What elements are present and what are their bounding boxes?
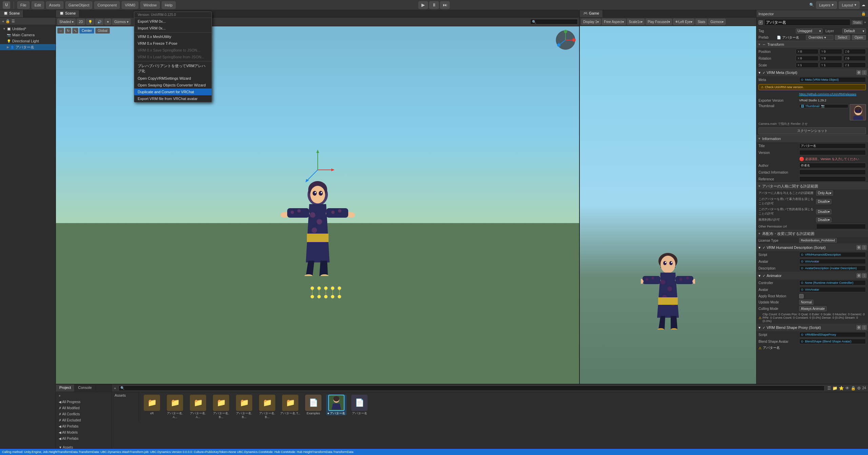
proj-all-conflicts[interactable]: ✗ All Conflicts: [56, 411, 112, 417]
blend-shape-header[interactable]: ▼ ✓ VRM Blend Shape Proxy (Script) ⚙ ⋮: [756, 324, 868, 331]
proj-all-modified[interactable]: ✗ All Modified: [56, 405, 112, 411]
meta-ref[interactable]: ⊙ Meta (VRM Meta Object): [799, 77, 866, 82]
vrm-menu[interactable]: VRM0: [122, 1, 138, 9]
scene-gizmos-dropdown[interactable]: Gizmos ▾: [112, 19, 131, 25]
assets-menu[interactable]: Assets: [46, 1, 63, 9]
window-menu[interactable]: Window: [140, 1, 160, 9]
vrm-humanoid-header[interactable]: ▼ ✓ VRM Humanoid Description (Script) ⚙ …: [756, 244, 868, 251]
select-btn[interactable]: Select: [835, 35, 850, 40]
vrm-meta-more[interactable]: ⋮: [862, 70, 867, 75]
play-button[interactable]: ▶: [418, 1, 428, 9]
ctx-duplicate-vrchat[interactable]: Duplicate and Convert for VRChat: [134, 88, 212, 95]
active-toggle[interactable]: ✓: [758, 20, 763, 25]
ctx-import-vrm[interactable]: Import VRM 0x...: [134, 25, 212, 32]
file-menu[interactable]: File: [17, 1, 29, 9]
ctx-freeze-tpose[interactable]: VRM 0.x Freeze T-Pose: [134, 40, 212, 47]
version-value[interactable]: [799, 150, 866, 155]
game-display-dropdown[interactable]: Display 1 ▾: [581, 19, 601, 25]
pos-z-field[interactable]: Z0: [843, 49, 866, 54]
sexual-dropdown[interactable]: Disallo▾: [816, 209, 831, 214]
tag-dropdown[interactable]: Untagged ▾: [796, 28, 823, 34]
2d-toggle[interactable]: 2D: [77, 19, 85, 25]
shaded-dropdown[interactable]: Shaded ▾: [57, 19, 76, 25]
vrm-url-link[interactable]: https://github.com/vrm-c/UniVRM/releases: [799, 93, 856, 96]
asset-avatar-b3[interactable]: 📁 アバター名.B...: [257, 395, 277, 419]
animator-settings[interactable]: ⚙: [856, 273, 861, 278]
layer-dropdown[interactable]: Default ▾: [842, 28, 866, 34]
hierarchy-item-light[interactable]: 💡 Directional Light: [0, 38, 56, 44]
ctx-copy-settings[interactable]: Open CopyVRMSettings Wizard: [134, 75, 212, 82]
humanoid-script-ref[interactable]: ⊙VRMHumanoidDescription: [799, 252, 866, 257]
animator-more[interactable]: ⋮: [862, 273, 867, 278]
animator-avatar-ref[interactable]: ⊙VrmAvatar: [799, 287, 866, 292]
violent-dropdown[interactable]: Disallo▾: [816, 199, 831, 204]
screenshot-btn[interactable]: スクリーンショット: [758, 127, 866, 134]
asset-avatar-b2[interactable]: 📁 アバター名.B...: [234, 395, 254, 419]
reference-value[interactable]: [799, 176, 866, 182]
pause-button[interactable]: ⏸: [429, 1, 439, 9]
proj-all-progress[interactable]: ◀ All Progress: [56, 399, 112, 405]
pos-x-field[interactable]: X0: [796, 49, 818, 54]
fx-toggle[interactable]: ✦: [104, 19, 111, 25]
asset-avatar-a2[interactable]: 📁 アバター名.A...: [188, 395, 208, 419]
game-left-eye-dropdown[interactable]: 👁Left Eye ▾: [673, 19, 695, 25]
hierarchy-item-untitled[interactable]: ▼ 🔲 Untitled*: [0, 26, 56, 32]
layout-dropdown[interactable]: Layout ▾: [839, 1, 860, 9]
title-value[interactable]: アバター名: [799, 143, 866, 149]
rot-y-field[interactable]: Y0: [820, 56, 842, 61]
rot-x-field[interactable]: X0: [796, 56, 818, 61]
game-tab[interactable]: 🎮 Game: [580, 10, 603, 17]
hierarchy-item-camera[interactable]: 📷 Main Camera: [0, 32, 56, 38]
permissions-section-header[interactable]: ▼ アバターの人格に関する許諾範囲: [756, 182, 868, 190]
asset-avatar-t[interactable]: 📁 アバター名.T...: [280, 395, 300, 415]
vrm-humanoid-settings[interactable]: ⚙: [856, 245, 861, 250]
author-value[interactable]: 作者名: [799, 163, 866, 168]
game-play-focused-dropdown[interactable]: Play Focused ▾: [646, 19, 672, 25]
information-section-header[interactable]: ▼ Information: [756, 135, 868, 142]
global-btn[interactable]: Global: [95, 28, 110, 34]
scene-search-input[interactable]: [536, 20, 576, 24]
asset-avatar-a1[interactable]: 📁 アバター名.A...: [165, 395, 185, 419]
avatar-name-input[interactable]: [764, 19, 850, 26]
edit-menu[interactable]: Edit: [32, 1, 44, 9]
open-btn[interactable]: Open: [852, 35, 866, 40]
asset-avatar-file[interactable]: 📄 アバター名: [349, 395, 370, 415]
lighting-toggle[interactable]: 💡: [86, 19, 94, 25]
proj-all-prefabs-2[interactable]: ◀ All Prefabs: [56, 435, 112, 441]
pos-y-field[interactable]: Y0: [820, 49, 842, 54]
humanoid-avatar-ref[interactable]: ⊙VrmAvatar: [799, 259, 866, 264]
rotate-tool[interactable]: ↻: [65, 28, 71, 34]
scale-x-field[interactable]: X1: [796, 62, 818, 68]
humanoid-desc-ref[interactable]: ⊙AvatarDescription (Avatar Description): [799, 265, 866, 271]
license-type-dropdown[interactable]: Redistribution_Prohibited: [799, 238, 837, 243]
proj-all-models[interactable]: ◀ All Models: [56, 429, 112, 435]
ctx-mesh-utility[interactable]: VRM 0.x MeshUtility: [134, 33, 212, 40]
assets-search-input[interactable]: [124, 386, 823, 390]
other-permission-value[interactable]: [816, 224, 866, 229]
rot-z-field[interactable]: Z0: [843, 56, 866, 61]
proj-all-excluded[interactable]: ✗ All Excluded: [56, 417, 112, 423]
game-gizmos-dropdown[interactable]: Gizmos ▾: [708, 19, 726, 25]
scale-z-field[interactable]: Z1: [843, 62, 866, 68]
license-section-header[interactable]: ▼ 再配布・改変に関する許諾範囲: [756, 230, 868, 237]
animator-header[interactable]: ▼ ✓ Animator ⚙ ⋮: [756, 272, 868, 279]
vrm-meta-settings[interactable]: ⚙: [856, 70, 861, 75]
hierarchy-item-avatar[interactable]: ▶ 👤 アバター名: [0, 44, 56, 50]
overrides-dropdown[interactable]: Overrides ▾: [806, 35, 833, 40]
component-menu[interactable]: Component: [94, 1, 120, 9]
animator-update-dropdown[interactable]: Normal: [799, 300, 813, 305]
ctx-swaying-objects[interactable]: Open Swaying Objects Converter Wizard: [134, 82, 212, 88]
scale-tool[interactable]: ⤡: [72, 28, 78, 34]
blend-script-ref[interactable]: ⊙VRMBlendShapeProxy: [799, 332, 866, 337]
gameobject-menu[interactable]: GameObject: [65, 1, 93, 9]
blend-shape-more[interactable]: ⋮: [862, 325, 867, 330]
vrm-humanoid-more[interactable]: ⋮: [862, 245, 867, 250]
allowed-user-dropdown[interactable]: Only Au▾: [816, 191, 833, 196]
game-scale-dropdown[interactable]: Scale 1x ▾: [627, 19, 645, 25]
proj-add-btn[interactable]: +: [56, 393, 112, 399]
commercial-dropdown[interactable]: Disallo▾: [816, 217, 831, 222]
inspector-content[interactable]: ✓ Static ▾ Tag Untagged ▾ Layer: [756, 18, 868, 384]
contact-value[interactable]: [799, 170, 866, 175]
ctx-export-vrm[interactable]: Export VRM 0x...: [134, 18, 212, 25]
layers-dropdown[interactable]: Layers ▾: [816, 1, 837, 9]
